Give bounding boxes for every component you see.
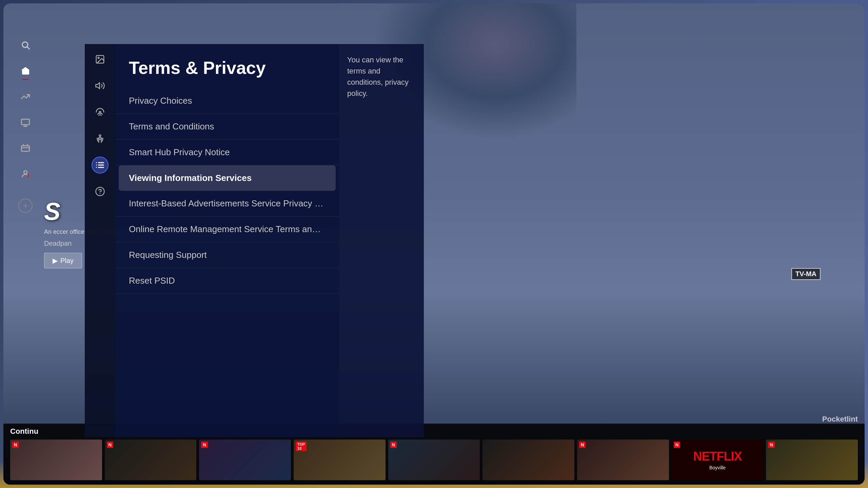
svg-marker-10 <box>96 83 100 89</box>
menu-item-interest-ads[interactable]: Interest-Based Advertisements Service Pr… <box>115 191 339 217</box>
svg-line-1 <box>27 47 29 49</box>
movies-icon[interactable] <box>18 140 33 156</box>
audio-settings-icon[interactable] <box>92 77 108 94</box>
netflix-logo-text: NETFLIX <box>693 449 742 464</box>
netflix-subtitle: Boyville <box>709 465 726 470</box>
thumbnail-5[interactable]: N <box>388 440 480 480</box>
add-button[interactable]: + <box>18 199 33 213</box>
terms-privacy-panel: Terms & Privacy Privacy Choices Terms an… <box>115 44 339 437</box>
netflix-badge-9: N <box>768 442 774 448</box>
screen-icon[interactable] <box>18 115 33 130</box>
network-settings-icon[interactable] <box>92 104 108 121</box>
menu-item-terms-conditions[interactable]: Terms and Conditions <box>115 114 339 140</box>
menu-item-online-remote[interactable]: Online Remote Management Service Terms a… <box>115 217 339 242</box>
info-panel: You can view the terms and conditions, p… <box>339 44 424 437</box>
svg-rect-5 <box>21 146 29 151</box>
svg-rect-2 <box>21 119 29 125</box>
tv-screen: + S An eccer officer te to tackle Deadpa… <box>3 3 865 485</box>
settings-sidebar <box>85 44 115 437</box>
help-settings-icon[interactable] <box>92 183 108 200</box>
menu-item-viewing-info[interactable]: Viewing Information Services <box>119 165 336 191</box>
thumbnail-4[interactable]: TOP10 <box>294 440 386 480</box>
menu-item-smart-hub[interactable]: Smart Hub Privacy Notice <box>115 140 339 165</box>
left-navigation-sidebar: + <box>14 30 37 437</box>
netflix-badge-3: N <box>201 442 208 448</box>
info-panel-text: You can view the terms and conditions, p… <box>347 54 416 99</box>
search-icon[interactable] <box>18 37 33 53</box>
thumbnail-7[interactable]: N <box>577 440 669 480</box>
profile-icon[interactable] <box>18 166 33 182</box>
svg-point-6 <box>24 171 27 174</box>
image-settings-icon[interactable] <box>92 51 108 68</box>
panel-title: Terms & Privacy <box>115 58 339 88</box>
netflix-badge-5: N <box>390 442 397 448</box>
home-icon[interactable] <box>18 63 33 79</box>
svg-point-12 <box>99 135 101 137</box>
thumbnail-3[interactable]: N <box>199 440 291 480</box>
netflix-badge-1: N <box>12 442 19 448</box>
accessibility-settings-icon[interactable] <box>92 130 108 147</box>
menu-list: Privacy Choices Terms and Conditions Sma… <box>115 88 339 430</box>
top10-badge-4: TOP10 <box>296 442 307 451</box>
tv-frame: + S An eccer officer te to tackle Deadpa… <box>3 3 865 485</box>
netflix-badge-8: N <box>674 442 680 448</box>
menu-item-requesting-support[interactable]: Requesting Support <box>115 242 339 268</box>
tv-rating-badge: TV-MA <box>791 268 821 280</box>
svg-point-9 <box>98 57 99 59</box>
thumbnail-8-netflix[interactable]: NETFLIX Boyville N <box>672 440 764 480</box>
thumbnail-1[interactable]: N <box>10 440 102 480</box>
menu-item-privacy-choices[interactable]: Privacy Choices <box>115 88 339 114</box>
thumbnail-2[interactable]: N <box>105 440 197 480</box>
trending-icon[interactable] <box>18 89 33 104</box>
netflix-badge-7: N <box>579 442 586 448</box>
menu-item-reset-psid[interactable]: Reset PSID <box>115 268 339 294</box>
netflix-badge-2: N <box>107 442 113 448</box>
tv-background: + S An eccer officer te to tackle Deadpa… <box>0 0 868 488</box>
play-triangle-icon: ▶ <box>53 257 58 265</box>
menu-list-settings-icon[interactable] <box>92 157 108 174</box>
play-button[interactable]: ▶ Play <box>44 253 82 268</box>
thumbnail-6[interactable] <box>482 440 574 480</box>
thumbnail-9[interactable]: N <box>766 440 858 480</box>
pocketlint-watermark: Pocketlint <box>822 415 858 424</box>
thumbnail-row: N N N TOP10 N N <box>10 439 858 481</box>
